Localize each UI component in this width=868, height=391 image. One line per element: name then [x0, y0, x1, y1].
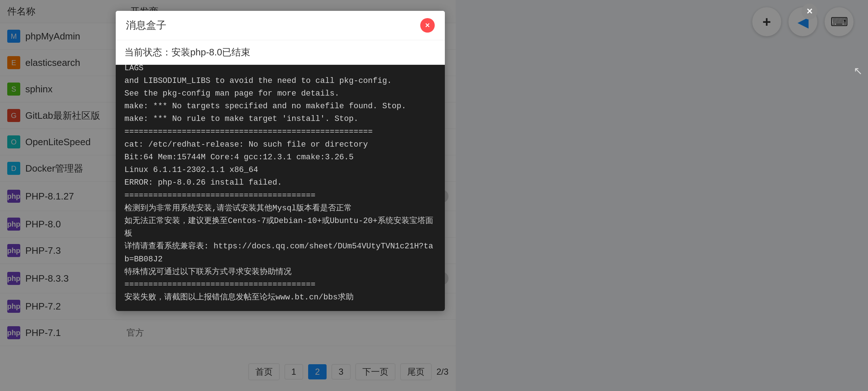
terminal-line: and LIBSODIUM_LIBS to avoid the need to …: [124, 75, 436, 87]
dialog-status-text: 当前状态：安装php-8.0已结束: [124, 47, 250, 58]
terminal-line: make: *** No rule to make target 'instal…: [124, 113, 436, 125]
terminal-line: ERROR: php-8.0.26 install failed.: [124, 176, 436, 189]
screen-close-button[interactable]: ✕: [801, 4, 817, 20]
terminal-output[interactable]: checking for sodium support... yeschecki…: [116, 65, 445, 311]
terminal-line: 安装失败，请截图以上报错信息发帖至论坛www.bt.cn/bbs求助: [124, 291, 436, 304]
terminal-line: Alternatively, you may set the environme…: [124, 65, 436, 75]
terminal-line: cat: /etc/redhat-release: No such file o…: [124, 138, 436, 151]
terminal-line: Linux 6.1.11-2302.1.1 x86_64: [124, 164, 436, 176]
terminal-line: 特殊情况可通过以下联系方式寻求安装协助情况: [124, 266, 436, 278]
terminal-line: 检测到为非常用系统安装,请尝试安装其他Mysql版本看是否正常: [124, 202, 436, 215]
terminal-line: 详情请查看系统兼容表: https://docs.qq.com/sheet/DU…: [124, 240, 436, 265]
terminal-line: ========================================: [124, 189, 436, 202]
terminal-line: 如无法正常安装，建议更换至Centos-7或Debian-10+或Ubuntu-…: [124, 215, 436, 240]
dialog-title: 消息盒子: [126, 18, 166, 32]
terminal-line: See the pkg-config man page for more det…: [124, 87, 436, 100]
terminal-line: Bit:64 Mem:15744M Core:4 gcc:12.3.1 cmak…: [124, 151, 436, 164]
terminal-line: ========================================…: [124, 126, 436, 138]
dialog-header: 消息盒子 ×: [116, 11, 445, 40]
terminal-line: ========================================: [124, 278, 436, 291]
terminal-line: make: *** No targets specified and no ma…: [124, 100, 436, 113]
message-dialog: 消息盒子 × 当前状态：安装php-8.0已结束 checking for so…: [116, 11, 445, 311]
dialog-close-button[interactable]: ×: [420, 18, 435, 33]
